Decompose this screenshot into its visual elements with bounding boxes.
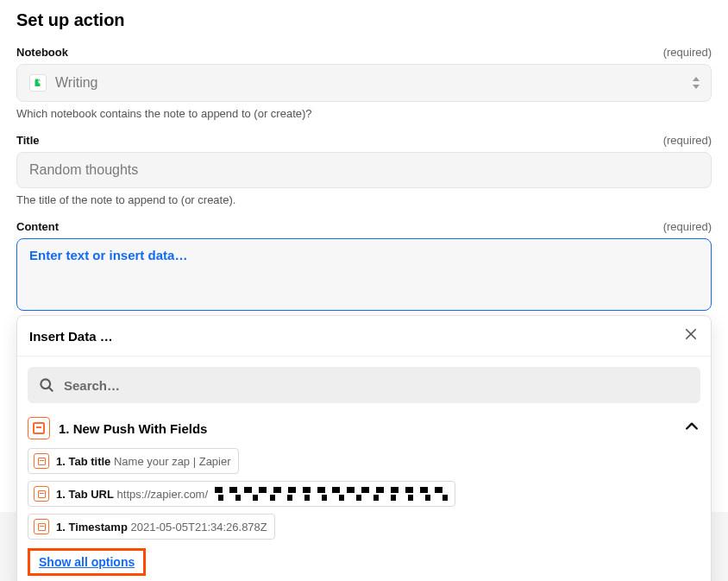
chip-tab-url[interactable]: 1. Tab URL https://zapier.com/ [28,481,455,507]
content-placeholder: Enter text or insert data… [29,248,187,262]
data-source-row[interactable]: 1. New Push With Fields [28,415,700,448]
notebook-label: Notebook [16,46,68,59]
title-help: The title of the note to append to (or c… [16,193,712,206]
notebook-select[interactable]: Writing [16,64,712,102]
page-title: Set up action [16,10,712,30]
title-required: (required) [663,134,712,147]
data-source-title: 1. New Push With Fields [59,421,207,436]
show-all-options-link[interactable]: Show all options [28,548,146,576]
chip-tab-title[interactable]: 1. Tab title Name your zap | Zapier [28,448,239,474]
search-icon [38,376,55,394]
data-chip-list: 1. Tab title Name your zap | Zapier 1. T… [28,448,700,540]
title-value: Random thoughts [29,162,138,178]
zapier-extension-icon [34,519,49,534]
field-title: Title (required) Random thoughts The tit… [16,134,712,206]
svg-line-3 [49,388,53,391]
close-icon[interactable] [683,326,699,345]
title-label: Title [16,134,40,147]
evernote-icon [29,74,47,92]
content-label: Content [16,220,59,233]
zapier-extension-icon [28,417,50,439]
notebook-help: Which notebook contains the note to appe… [16,107,712,120]
search-input-wrap[interactable] [28,367,700,403]
zapier-extension-icon [34,453,49,469]
content-input[interactable]: Enter text or insert data… [16,238,712,311]
insert-data-popover: Insert Data … 1. New Push With Fields 1.… [16,315,712,581]
zapier-extension-icon [34,486,49,502]
select-handle-icon [692,77,700,89]
notebook-value: Writing [55,75,98,91]
chevron-up-icon [683,418,700,439]
field-content: Content (required) Enter text or insert … [16,220,712,311]
content-required: (required) [663,220,712,233]
field-notebook: Notebook (required) Writing Which notebo… [16,46,712,120]
notebook-required: (required) [663,46,712,59]
title-input[interactable]: Random thoughts [16,152,712,188]
popover-title: Insert Data … [29,329,113,344]
redacted-text [215,487,448,501]
search-input[interactable] [64,378,690,393]
chip-timestamp[interactable]: 1. Timestamp 2021-05-05T21:34:26.878Z [28,514,275,540]
